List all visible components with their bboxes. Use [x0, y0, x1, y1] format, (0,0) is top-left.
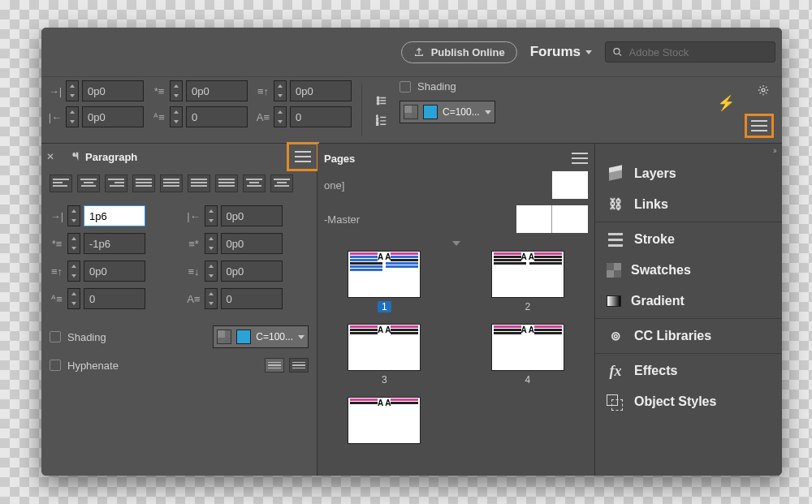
stepper[interactable]: [67, 288, 80, 309]
publish-online-button[interactable]: Publish Online: [401, 41, 517, 63]
value-input[interactable]: [186, 80, 248, 101]
stepper[interactable]: [66, 80, 79, 101]
panel-title: Paragraph: [85, 151, 137, 163]
svg-point-2: [377, 99, 379, 101]
align-right-button[interactable]: [105, 174, 127, 192]
value-input[interactable]: [84, 205, 145, 226]
pages-panel-menu-button[interactable]: [572, 153, 588, 164]
stepper[interactable]: [67, 261, 80, 282]
drop-cap-lines-field[interactable]: ᴬ≡: [152, 106, 248, 127]
align-center-button[interactable]: [77, 174, 100, 192]
paragraph-tab[interactable]: Paragraph: [61, 148, 145, 166]
stepper[interactable]: [205, 233, 218, 254]
stroke-panel-button[interactable]: Stroke: [595, 224, 782, 255]
stepper[interactable]: [274, 106, 287, 127]
swatch-chip: [236, 330, 251, 344]
stepper[interactable]: [170, 80, 183, 101]
value-input[interactable]: [82, 80, 144, 101]
layers-panel-button[interactable]: Layers: [595, 158, 782, 189]
close-icon[interactable]: ✕: [46, 151, 54, 162]
space-after-field[interactable]: ≡↓: [187, 261, 309, 282]
paragraph-composer-button[interactable]: [289, 358, 309, 373]
align-away-spine-button[interactable]: [270, 174, 293, 192]
swatch-grid-icon: [217, 330, 231, 344]
control-panel-menu-button[interactable]: [745, 114, 774, 138]
effects-panel-button[interactable]: fxEffects: [595, 355, 782, 386]
value-input[interactable]: [290, 80, 352, 101]
master-none-row[interactable]: one]: [324, 171, 588, 199]
value-input[interactable]: [82, 106, 144, 127]
forums-dropdown[interactable]: Forums: [530, 44, 592, 60]
page-thumbnail[interactable]: A A: [324, 397, 445, 444]
shading-label: Shading: [417, 80, 456, 93]
space-before-field[interactable]: ≡↑: [50, 261, 172, 282]
single-line-composer-button[interactable]: [265, 358, 284, 373]
shading-swatch-dropdown[interactable]: C=100...: [213, 325, 309, 348]
application-bar: Publish Online Forums: [41, 28, 782, 76]
stepper[interactable]: [274, 80, 287, 101]
left-indent-field[interactable]: →|: [48, 80, 144, 101]
swatch-chip: [423, 105, 438, 119]
right-indent-field[interactable]: |←: [187, 205, 309, 226]
right-indent-field[interactable]: |←: [48, 106, 144, 127]
hyphenate-checkbox[interactable]: Hyphenate: [50, 360, 119, 372]
align-left-button[interactable]: [50, 174, 72, 192]
page-thumbnail[interactable]: A A 1: [324, 251, 445, 312]
bulleted-list-icon[interactable]: [376, 95, 387, 106]
justify-all-button[interactable]: [215, 174, 238, 192]
justify-center-button[interactable]: [160, 174, 183, 192]
cc-libraries-panel-button[interactable]: ⊚CC Libraries: [595, 321, 782, 351]
drop-cap-chars-field[interactable]: A≡: [187, 288, 309, 309]
object-styles-panel-button[interactable]: Object Styles: [595, 386, 782, 417]
drop-cap-lines-field[interactable]: ᴬ≡: [50, 288, 172, 309]
last-line-icon: ≡*: [187, 238, 201, 250]
links-panel-button[interactable]: ⛓Links: [595, 189, 782, 220]
paragraph-panel-menu-button[interactable]: [287, 142, 319, 171]
value-input[interactable]: [221, 288, 283, 309]
value-input[interactable]: [84, 233, 145, 254]
stepper[interactable]: [170, 106, 183, 127]
separator: [595, 222, 782, 222]
last-line-indent-field[interactable]: ≡*: [187, 233, 309, 254]
value-input[interactable]: [221, 261, 283, 282]
value-input[interactable]: [221, 205, 283, 226]
first-line-indent-field[interactable]: *≡: [50, 233, 172, 254]
gradient-panel-button[interactable]: Gradient: [595, 286, 782, 317]
value-input[interactable]: [221, 233, 283, 254]
gpu-preview-icon[interactable]: ⚡: [717, 94, 735, 112]
shading-checkbox[interactable]: Shading: [400, 80, 495, 93]
align-towards-spine-button[interactable]: [243, 174, 266, 192]
stepper[interactable]: [205, 288, 218, 309]
justify-left-button[interactable]: [132, 174, 155, 192]
stepper[interactable]: [205, 261, 218, 282]
shading-checkbox[interactable]: Shading: [50, 331, 106, 343]
left-indent-field[interactable]: →|: [50, 205, 172, 226]
search-input[interactable]: [629, 46, 769, 58]
value-input[interactable]: [84, 261, 145, 282]
page-thumbnail[interactable]: A A 4: [468, 324, 589, 386]
first-line-indent-field[interactable]: *≡: [152, 80, 248, 101]
space-before-field[interactable]: ≡↑: [256, 80, 352, 101]
value-input[interactable]: [290, 106, 352, 127]
numbered-list-icon[interactable]: 123: [376, 114, 387, 126]
master-a-row[interactable]: -Master: [324, 205, 588, 233]
publish-online-label: Publish Online: [431, 46, 505, 58]
stepper[interactable]: [205, 205, 218, 226]
value-input[interactable]: [186, 106, 248, 127]
swatches-panel-button[interactable]: Swatches: [595, 255, 782, 286]
adobe-stock-search[interactable]: [605, 41, 775, 62]
stepper[interactable]: [67, 233, 80, 254]
page-thumbnail[interactable]: A A 3: [324, 324, 445, 386]
shading-swatch-dropdown[interactable]: C=100...: [400, 101, 495, 123]
page-thumbnail[interactable]: A A 2: [468, 251, 589, 312]
stepper[interactable]: [67, 205, 80, 226]
checkbox-icon: [50, 331, 61, 342]
stepper[interactable]: [66, 106, 79, 127]
drop-cap-chars-field[interactable]: A≡: [256, 106, 352, 127]
value-input[interactable]: [84, 288, 145, 309]
links-icon: ⛓: [607, 197, 624, 212]
swatch-name: C=100...: [443, 106, 480, 118]
justify-right-button[interactable]: [188, 174, 210, 192]
settings-icon[interactable]: [758, 84, 769, 98]
expand-chevrons-icon[interactable]: ››: [773, 145, 775, 155]
